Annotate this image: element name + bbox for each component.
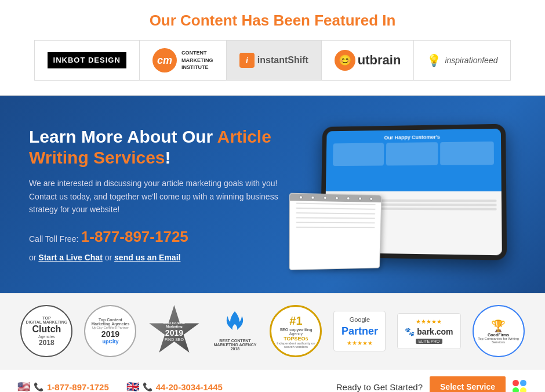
us-flag-icon: 🇺🇸 xyxy=(17,380,30,392)
upcity-line2: Marketing Agencies xyxy=(91,322,129,326)
bark-label: 🐾 bark.com xyxy=(405,327,453,336)
notebook-line-6 xyxy=(296,227,375,228)
google-partner-badge: Google Partner ★★★★★ xyxy=(333,311,386,351)
tablet-screen-top: Our Happy Customer's xyxy=(326,129,502,191)
instantshift-logo: i instantShift xyxy=(227,40,322,81)
topseos-badge: #1 SEO copywriting Agency TOPSEOs Indepe… xyxy=(270,305,322,357)
inkbot-design-logo: INKBOT DESIGN xyxy=(34,40,140,81)
cta-phone: 1-877-897-1725 xyxy=(81,228,188,245)
live-chat-link[interactable]: Start a Live Chat xyxy=(38,253,102,262)
bark-box: ★★★★★ 🐾 bark.com ELITE PRO xyxy=(397,313,460,349)
topseos-circle: #1 SEO copywriting Agency TOPSEOs Indepe… xyxy=(270,305,322,357)
findseo-badge: Best Content Marketing 2019 FIND SEO xyxy=(148,305,200,357)
tablet-card-3 xyxy=(441,141,494,165)
clutch-circle: Top Digital Marketing Clutch Agencies 20… xyxy=(20,305,72,357)
designrush-badge: BEST CONTENTMARKETING AGENCY2018 xyxy=(212,308,258,354)
footer-us-number[interactable]: 1-877-897-1725 xyxy=(47,382,109,392)
upcity-badge: Top Content Marketing Agencies UpCity Ce… xyxy=(84,305,136,357)
dot-red xyxy=(513,380,519,386)
footer-phone-uk: 🇬🇧 📞 44-20-3034-1445 xyxy=(126,380,223,392)
topseos-brand: TOPSEOs xyxy=(284,336,308,342)
cta-links: or Start a Live Chat or send us an Email xyxy=(29,253,278,262)
spiral-dot-6 xyxy=(358,197,362,200)
featured-section: Our Content Has Been Featured In INKBOT … xyxy=(0,0,545,96)
inspirationfeed-logo: 💡 inspirationfeed xyxy=(414,40,511,81)
cta-image-column: Our Happy Customer's Contact Us Form xyxy=(284,119,516,270)
clutch-sub-label: Agencies xyxy=(38,335,55,339)
findseo-label: FIND SEO xyxy=(165,337,184,342)
notebook-line-1 xyxy=(296,203,376,205)
inspiration-text: inspirationfeed xyxy=(445,56,497,65)
goodfirms-sub: Top Companies for Writing Services xyxy=(477,337,521,344)
spiral-dot-5 xyxy=(347,197,350,200)
clutch-year: 2018 xyxy=(39,339,54,347)
footer-uk-number[interactable]: 44-20-3034-1445 xyxy=(156,382,223,392)
tablet-device: Our Happy Customer's Contact Us Form xyxy=(290,119,510,270)
spiral-dot-7 xyxy=(369,197,373,201)
footer-bar: 🇺🇸 📞 1-877-897-1725 🇬🇧 📞 44-20-3034-1445… xyxy=(0,369,545,392)
cmi-text: CONTENTMARKETINGINSTITUTE xyxy=(181,49,213,71)
designrush-inner: BEST CONTENTMARKETING AGENCY2018 xyxy=(212,308,258,354)
inkbot-design-badge: INKBOT DESIGN xyxy=(48,52,126,69)
google-label: Google xyxy=(350,316,370,323)
notebook-line-2 xyxy=(296,208,376,210)
dot-green xyxy=(513,387,519,392)
clutch-badge: Top Digital Marketing Clutch Agencies 20… xyxy=(20,305,72,357)
google-partner-label: Partner xyxy=(341,325,378,337)
designrush-flame-icon xyxy=(226,311,244,339)
instantshift-icon: i xyxy=(239,53,255,68)
notebook-line-3 xyxy=(296,212,375,215)
outbrain-text: utbrain xyxy=(358,53,401,68)
dot-yellow xyxy=(520,387,526,392)
uk-flag-icon: 🇬🇧 xyxy=(126,380,139,392)
featured-title: Our Content Has Been Featured In xyxy=(17,12,528,30)
inspiration-bulb-icon: 💡 xyxy=(427,53,441,67)
topseos-type: Agency xyxy=(289,332,303,336)
spiral-dot-2 xyxy=(311,196,315,199)
spiral-dot-1 xyxy=(299,195,303,199)
instantshift-text: instantShift xyxy=(257,55,308,66)
bark-badge: ★★★★★ 🐾 bark.com ELITE PRO xyxy=(397,313,460,349)
footer-cta-label: Ready to Get Started? xyxy=(336,382,423,392)
upcity-year: 2019 xyxy=(101,329,119,339)
google-stars: ★★★★★ xyxy=(347,340,373,346)
spiral-dot-3 xyxy=(323,196,326,199)
designrush-text-label: BEST CONTENTMARKETING AGENCY2018 xyxy=(213,339,256,351)
bark-elite-label: ELITE PRO xyxy=(416,339,443,344)
outbrain-logo: 😊 utbrain xyxy=(322,40,415,81)
colorful-dots-icon xyxy=(513,380,528,392)
awards-section: Top Digital Marketing Clutch Agencies 20… xyxy=(0,293,545,369)
select-service-button[interactable]: Select Service xyxy=(430,376,506,392)
goodfirms-label: GoodFirms xyxy=(488,333,509,337)
clutch-main-label: Clutch xyxy=(32,324,61,335)
email-link[interactable]: send us an Email xyxy=(114,253,180,262)
footer-cta: Ready to Get Started? Select Service xyxy=(336,376,528,392)
clutch-title-dm: Digital Marketing xyxy=(26,320,68,324)
goodfirms-icon: 🏆 xyxy=(491,319,506,333)
upcity-line1: Top Content xyxy=(99,318,122,322)
upcity-brand: upCity xyxy=(102,339,118,344)
upcity-circle: Top Content Marketing Agencies UpCity Ce… xyxy=(84,305,136,357)
outbrain-icon: 😊 xyxy=(335,50,355,71)
tablet-card-2 xyxy=(386,142,438,165)
findseo-year: 2019 xyxy=(165,328,183,337)
topseos-category: SEO copywriting xyxy=(279,328,312,332)
tablet-card-1 xyxy=(333,143,384,166)
logos-row: INKBOT DESIGN cm CONTENTMARKETINGINSTITU… xyxy=(17,40,528,81)
topseos-sub: Independent authority on search vendors xyxy=(274,342,317,349)
phone-icon-uk: 📞 xyxy=(143,382,152,391)
tablet-review-cards xyxy=(330,139,496,168)
cta-text-column: Learn More About Our Article Writing Ser… xyxy=(29,126,278,262)
footer-phone-us: 🇺🇸 📞 1-877-897-1725 xyxy=(17,380,109,392)
notebook-line-4 xyxy=(296,217,375,219)
topseos-rank: #1 xyxy=(289,314,302,328)
findseo-star: Best Content Marketing 2019 FIND SEO xyxy=(148,305,200,357)
goodfirms-circle: 🏆 GoodFirms Top Companies for Writing Se… xyxy=(473,305,525,357)
phone-icon-us: 📞 xyxy=(34,382,43,391)
cta-description: We are interested in discussing your art… xyxy=(29,177,278,216)
cmi-logo: cm CONTENTMARKETINGINSTITUTE xyxy=(140,40,227,81)
goodfirms-badge: 🏆 GoodFirms Top Companies for Writing Se… xyxy=(473,305,525,357)
cta-section: Learn More About Our Article Writing Ser… xyxy=(0,96,545,293)
spiral-dot-4 xyxy=(335,197,339,200)
clutch-title-top: Top xyxy=(42,316,50,320)
